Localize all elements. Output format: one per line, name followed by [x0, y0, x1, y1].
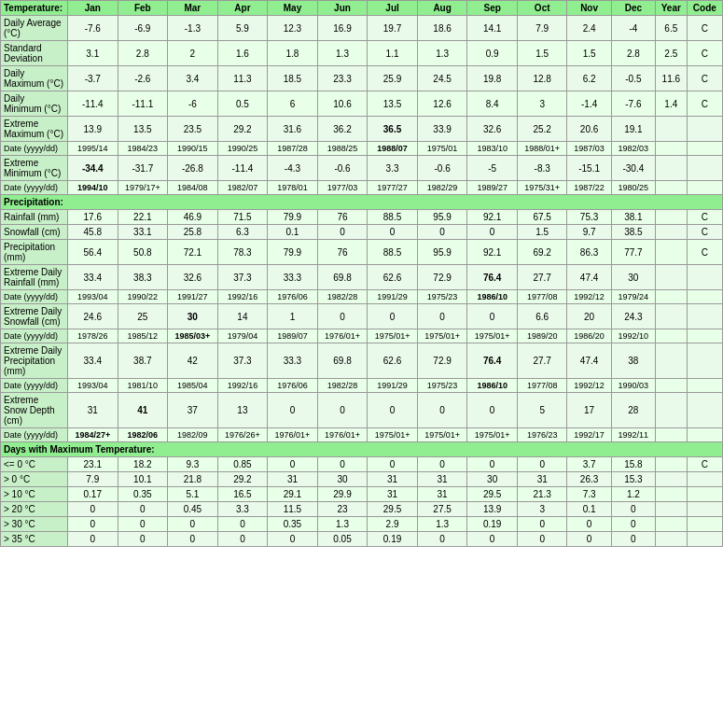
data-cell: 36.2 [317, 117, 368, 142]
data-cell: 1976/06 [268, 379, 318, 393]
data-cell: 1975/01 [417, 142, 467, 156]
data-cell: 71.5 [217, 210, 268, 225]
data-cell [656, 210, 688, 225]
data-cell: 31 [517, 472, 567, 487]
row-label: Daily Average (°C) [1, 16, 68, 41]
climate-table: Temperature: Jan Feb Mar Apr May Jun Jul… [0, 0, 723, 547]
data-cell: 69.2 [517, 240, 567, 265]
data-cell: 1985/03+ [168, 329, 218, 343]
data-cell: 18.6 [417, 16, 467, 41]
col-header-oct: Oct [517, 1, 567, 16]
data-cell: 0.17 [68, 487, 118, 502]
data-cell: 1.3 [417, 517, 467, 532]
data-cell: 8.4 [467, 91, 518, 117]
data-cell: 2.8 [611, 41, 655, 66]
data-cell: C [687, 66, 722, 91]
table-row: Snowfall (cm)45.833.125.86.30.100001.59.… [1, 225, 723, 240]
data-cell: 1975/01+ [417, 329, 467, 343]
data-cell: 1990/22 [118, 290, 168, 304]
data-cell: 38 [611, 343, 655, 379]
data-cell: 0 [217, 517, 268, 532]
table-row: > 30 °C00000.351.32.91.30.19000 [1, 517, 723, 532]
data-cell: 32.6 [168, 265, 218, 290]
table-row: Precipitation (mm)56.450.872.178.379.976… [1, 240, 723, 265]
data-cell: 1992/12 [567, 290, 611, 304]
data-cell: 11.5 [268, 502, 318, 517]
data-cell: 0 [417, 393, 467, 428]
data-cell: 11.6 [656, 66, 688, 91]
data-cell: 1975/23 [417, 379, 467, 393]
data-cell: 0 [611, 517, 655, 532]
row-label: Date (yyyy/dd) [1, 290, 68, 304]
data-cell: 27.5 [417, 502, 467, 517]
data-cell: 1975/01+ [417, 428, 467, 442]
data-cell [656, 329, 688, 343]
col-header-apr: Apr [217, 1, 268, 16]
data-cell: 1982/28 [317, 290, 368, 304]
data-cell: 24.3 [611, 304, 655, 329]
data-cell: 27.7 [517, 343, 567, 379]
data-cell: 33.4 [68, 265, 118, 290]
data-cell: -31.7 [118, 156, 168, 181]
col-header-nov: Nov [567, 1, 611, 16]
data-cell: 1994/10 [68, 181, 118, 195]
data-cell: 1976/26+ [217, 428, 268, 442]
data-cell: 41 [118, 393, 168, 428]
data-cell: 13.5 [118, 117, 168, 142]
data-cell [656, 428, 688, 442]
data-cell: 15.8 [611, 457, 655, 472]
row-label: Date (yyyy/dd) [1, 181, 68, 195]
data-cell [656, 379, 688, 393]
data-cell: C [687, 240, 722, 265]
data-cell: 0 [118, 517, 168, 532]
data-cell: 37.3 [217, 265, 268, 290]
table-row: Extreme Maximum (°C)13.913.523.529.231.6… [1, 117, 723, 142]
row-label: Extreme Daily Precipitation (mm) [1, 343, 68, 379]
data-cell: 32.6 [467, 117, 518, 142]
data-cell: 30 [317, 472, 368, 487]
table-row: > 0 °C7.910.121.829.231303131303126.315.… [1, 472, 723, 487]
data-cell: 9.3 [168, 457, 218, 472]
data-cell: 0 [317, 457, 368, 472]
data-cell: 42 [168, 343, 218, 379]
data-cell: 3 [517, 91, 567, 117]
data-cell: 21.8 [168, 472, 218, 487]
row-label: > 30 °C [1, 517, 68, 532]
data-cell: 1981/10 [118, 379, 168, 393]
data-cell: 14.1 [467, 16, 518, 41]
data-cell: 3.1 [68, 41, 118, 66]
data-cell: 33.1 [118, 225, 168, 240]
row-label: Date (yyyy/dd) [1, 428, 68, 442]
row-label: > 35 °C [1, 532, 68, 547]
data-cell: 1990/25 [217, 142, 268, 156]
data-cell: 1977/08 [517, 290, 567, 304]
data-cell: 1982/29 [417, 181, 467, 195]
data-cell: 0 [517, 532, 567, 547]
data-cell: 0 [417, 304, 467, 329]
data-cell: 0 [268, 393, 318, 428]
data-cell: 0.19 [368, 532, 418, 547]
data-cell: 0 [517, 517, 567, 532]
data-cell: 1.3 [317, 41, 368, 66]
data-cell [687, 329, 722, 343]
data-cell: 0 [368, 457, 418, 472]
data-cell [687, 502, 722, 517]
data-cell: 1 [268, 304, 318, 329]
data-cell: 0 [68, 517, 118, 532]
data-cell: 23.3 [317, 66, 368, 91]
data-cell: 1985/04 [168, 379, 218, 393]
row-label: > 10 °C [1, 487, 68, 502]
data-cell: 38.3 [118, 265, 168, 290]
data-cell: 1984/23 [118, 142, 168, 156]
data-cell: 76.4 [467, 265, 518, 290]
data-cell: 0 [417, 457, 467, 472]
data-cell: 6.5 [656, 16, 688, 41]
data-cell: 6 [268, 91, 318, 117]
data-cell: 20 [567, 304, 611, 329]
table-row: Precipitation: [1, 195, 723, 210]
data-cell: 1.1 [368, 41, 418, 66]
data-cell: 1985/12 [118, 329, 168, 343]
table-row: Extreme Daily Precipitation (mm)33.438.7… [1, 343, 723, 379]
data-cell: 76 [317, 240, 368, 265]
data-cell: 1.4 [656, 91, 688, 117]
